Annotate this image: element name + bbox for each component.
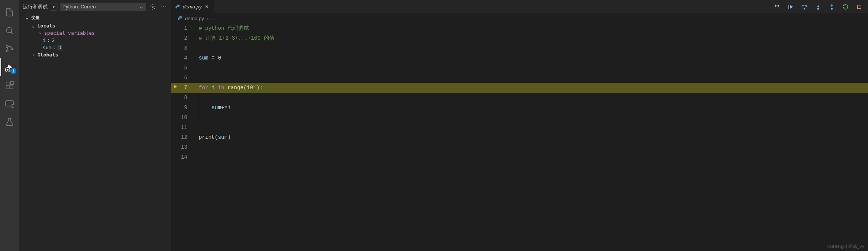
activity-bar: 1 <box>0 0 19 251</box>
current-line-arrow-icon <box>171 83 180 93</box>
svg-rect-5 <box>6 82 9 85</box>
line-14[interactable]: 14 <box>171 152 868 162</box>
svg-point-17 <box>778 6 779 7</box>
breadcrumbs[interactable]: demo.py › ... <box>171 13 868 23</box>
line-6[interactable]: 6 <box>171 73 868 83</box>
debug-sidebar: 运行和调试 Python: Curren ⌄ ⋯ ⌄ 变量 ⌄ Locals ›… <box>19 0 171 251</box>
svg-rect-8 <box>10 82 13 85</box>
debug-config-select[interactable]: Python: Curren ⌄ <box>60 3 146 11</box>
globals-label: Globals <box>37 52 58 58</box>
line-10[interactable]: 10 <box>171 113 868 122</box>
svg-point-13 <box>777 5 778 6</box>
var-value: 3 <box>57 45 62 50</box>
svg-point-3 <box>11 48 13 50</box>
line-4[interactable]: 4sum = 0 <box>171 53 868 63</box>
testing-icon[interactable] <box>0 113 19 131</box>
line-5[interactable]: 5 <box>171 63 868 73</box>
extensions-icon[interactable] <box>0 76 19 95</box>
files-icon[interactable] <box>0 3 19 21</box>
special-vars-label: special variables <box>44 30 95 36</box>
chevron-down-icon: ⌄ <box>30 23 36 29</box>
special-variables-item[interactable]: › special variables <box>19 29 171 37</box>
svg-point-19 <box>804 8 805 9</box>
code-content: 1# python 代码调试 2# 计算 1+2+3+...+100 的值 3 … <box>171 23 868 251</box>
var-name: i <box>43 37 46 43</box>
globals-scope[interactable]: › Globals <box>19 51 171 58</box>
svg-point-12 <box>775 5 776 6</box>
remote-icon[interactable] <box>0 95 19 113</box>
svg-point-1 <box>6 46 8 48</box>
stop-button[interactable] <box>854 2 864 12</box>
step-out-button[interactable] <box>827 2 837 12</box>
debug-header: 运行和调试 Python: Curren ⌄ ⋯ <box>19 0 171 13</box>
svg-point-15 <box>775 6 776 7</box>
svg-rect-7 <box>10 86 13 89</box>
start-debug-button[interactable] <box>50 3 57 11</box>
gear-icon[interactable] <box>148 3 157 11</box>
chevron-right-icon: › <box>37 31 43 36</box>
svg-point-11 <box>152 6 153 8</box>
chevron-down-icon: ⌄ <box>24 15 30 21</box>
svg-point-2 <box>6 50 8 52</box>
step-into-button[interactable] <box>813 2 823 12</box>
run-debug-icon[interactable]: 1 <box>0 58 19 76</box>
line-13[interactable]: 13 <box>171 142 868 152</box>
line-11[interactable]: 11 <box>171 122 868 132</box>
variable-sum[interactable]: sum: 3 <box>19 44 171 51</box>
svg-point-10 <box>11 105 14 108</box>
svg-rect-22 <box>858 5 861 8</box>
editor-body[interactable]: 1# python 代码调试 2# 计算 1+2+3+...+100 的值 3 … <box>171 23 868 251</box>
variable-i[interactable]: i: 2 <box>19 37 171 44</box>
variables-section-header[interactable]: ⌄ 变量 <box>19 13 171 22</box>
editor-area: demo.py ✕ <box>171 0 868 251</box>
close-icon[interactable]: ✕ <box>204 4 210 10</box>
line-1[interactable]: 1# python 代码调试 <box>171 23 868 33</box>
tabs-row: demo.py ✕ <box>171 0 868 13</box>
svg-point-21 <box>831 8 833 9</box>
more-icon[interactable]: ⋯ <box>159 3 168 11</box>
breadcrumb-sep: › <box>206 16 208 21</box>
line-2[interactable]: 2# 计算 1+2+3+...+100 的值 <box>171 33 868 43</box>
drag-handle-icon[interactable] <box>772 2 782 12</box>
svg-point-0 <box>6 27 12 33</box>
variables-label: 变量 <box>31 15 40 21</box>
line-8[interactable]: 8 <box>171 93 868 103</box>
debug-toolbar <box>768 0 868 13</box>
var-name: sum <box>43 45 51 50</box>
watermark: CSDN @小啊磊_Vv <box>827 244 864 249</box>
debug-badge: 1 <box>10 68 16 74</box>
svg-point-20 <box>818 8 819 9</box>
continue-button[interactable] <box>786 2 796 12</box>
tab-filename: demo.py <box>183 4 202 10</box>
line-7[interactable]: 7 for i in range(101): <box>171 83 868 93</box>
svg-point-14 <box>778 5 779 6</box>
svg-rect-6 <box>6 86 9 89</box>
chevron-down-icon: ⌄ <box>139 4 144 10</box>
debug-title: 运行和调试 <box>23 3 48 10</box>
line-9[interactable]: 9 sum+=i <box>171 103 868 113</box>
python-icon <box>175 4 180 10</box>
locals-scope[interactable]: ⌄ Locals <box>19 22 171 29</box>
search-icon[interactable] <box>0 21 19 40</box>
step-over-button[interactable] <box>799 2 809 12</box>
python-icon <box>177 16 183 21</box>
breadcrumb-file: demo.py <box>185 16 204 21</box>
source-control-icon[interactable] <box>0 40 19 58</box>
line-3[interactable]: 3 <box>171 43 868 53</box>
var-value: 2 <box>52 37 55 43</box>
locals-label: Locals <box>37 23 55 29</box>
chevron-right-icon: › <box>30 52 36 58</box>
restart-button[interactable] <box>841 2 850 12</box>
svg-point-16 <box>777 6 778 7</box>
svg-rect-18 <box>788 5 789 9</box>
config-name: Python: Curren <box>62 4 96 10</box>
line-12[interactable]: 12print(sum) <box>171 132 868 142</box>
tab-demo-py[interactable]: demo.py ✕ <box>171 0 214 13</box>
breadcrumb-tail: ... <box>210 16 214 21</box>
